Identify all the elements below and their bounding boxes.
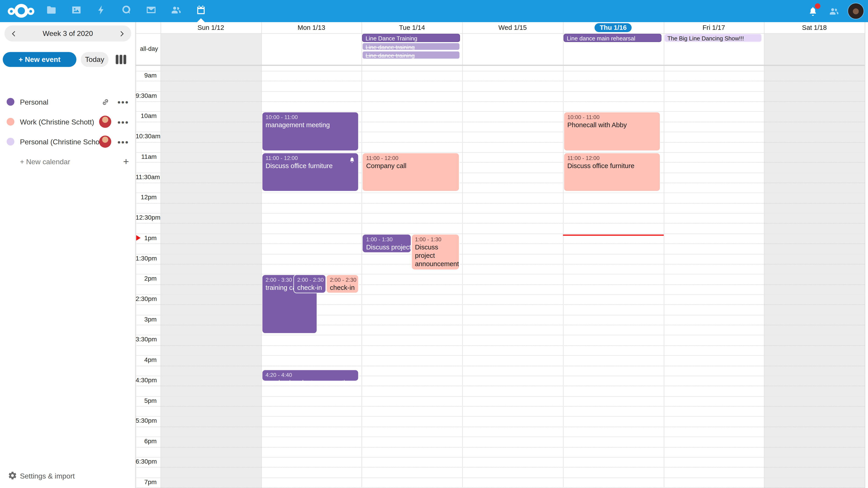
grid-line [135,193,865,193]
calendar-item-3[interactable]: Personal (Christine Scho...●●● [0,132,135,152]
grid-line-dotted [135,81,865,81]
day-header-thu[interactable]: Thu 1/16 [563,22,663,33]
event-management-meeting[interactable]: 10:00 - 11:00management meeting [262,112,359,151]
event-time: 11:00 - 12:00 [366,154,456,162]
grid-line-dotted [135,243,865,244]
owner-avatar [99,135,111,148]
calendar-item-1[interactable]: Personal●●● [0,92,135,112]
grid-line-dotted [135,223,865,224]
calendar-menu-icon[interactable]: ●●● [117,99,129,105]
app-mail[interactable] [138,0,163,22]
event-company-call[interactable]: 11:00 - 12:00Company call [362,153,459,192]
allday-event[interactable]: Line dance main rehearsal [563,34,661,42]
grid-line-dotted [135,406,865,407]
time-label: 7pm [135,478,157,485]
time-label: 10:30am [135,133,157,139]
view-switcher-icon[interactable] [115,54,127,65]
today-button[interactable]: Today [81,52,108,67]
column-border [764,22,765,488]
notifications-bell-icon[interactable] [806,4,819,18]
event-title: Phonecall with Abby [567,121,657,130]
today-pill: Thu 1/16 [595,23,631,32]
day-header-sun[interactable]: Sun 1/12 [160,22,261,33]
event-discuss-project-announcement[interactable]: 1:00 - 1:30Discuss project announcement [362,234,411,253]
grid-line [135,437,865,437]
previous-week-button[interactable] [4,26,23,41]
grid-line-dotted [135,304,865,305]
grid-line [135,457,865,457]
week-label[interactable]: Week 3 of 2020 [23,29,112,38]
nextcloud-logo[interactable] [8,4,33,18]
event-time: 11:00 - 12:00 [567,154,657,162]
folder-icon [46,4,57,18]
event-check-in[interactable]: 2:00 - 2:30check-in [326,274,359,293]
grid-line-dotted [135,142,865,142]
event-time: 2:00 - 2:30 [330,276,355,284]
allday-event[interactable]: Line dance training [362,42,460,51]
event-check-in[interactable]: 2:00 - 2:30check-in [293,274,326,293]
time-label: 12:30pm [135,214,157,221]
event-phonecall-with-abby[interactable]: 10:00 - 11:00Phonecall with Abby [563,112,660,151]
contacts-menu-icon[interactable] [827,4,840,18]
calendar-color-dot [6,98,14,105]
time-label: 9:30am [135,92,157,99]
grid-line [135,132,865,132]
app-talk[interactable] [114,0,138,22]
event-discuss-office-furniture[interactable]: 11:00 - 12:00Discuss office furniture [262,153,359,192]
calendar-list: Personal●●●Work (Christine Schott)●●●Per… [0,92,135,172]
grid-line-dotted [135,122,865,122]
talk-icon [121,4,131,18]
user-avatar[interactable] [848,3,864,19]
calendar-item-2[interactable]: Work (Christine Schott)●●● [0,112,135,132]
day-header-wed[interactable]: Wed 1/15 [462,22,563,33]
allday-event[interactable]: The Big Line Dancing Show!!! [664,34,762,42]
column-border [462,22,463,488]
share-link-icon[interactable] [99,96,111,108]
event-time: 10:00 - 11:00 [266,113,355,121]
allday-event[interactable]: Line Dance Training [362,34,460,42]
app-files[interactable] [39,0,64,22]
event-discuss-office-furniture[interactable]: 11:00 - 12:00Discuss office furniture [563,153,660,192]
event-purchasing-dept-conversation[interactable]: 4:20 - 4:40purchasing dept conversation [262,369,359,381]
day-header-mon[interactable]: Mon 1/13 [261,22,362,33]
day-header-fri[interactable]: Fri 1/17 [663,22,764,33]
grid-line-dotted [135,427,865,427]
day-header-sat[interactable]: Sat 1/18 [764,22,865,33]
time-label: 4:30pm [135,377,157,383]
new-calendar-button[interactable]: + New calendar+ [0,152,135,171]
grid-line-dotted [135,365,865,366]
calendar-menu-icon[interactable]: ●●● [117,119,129,125]
vertical-scrollbar[interactable] [865,22,868,488]
settings-and-import[interactable]: Settings & import [0,468,135,484]
event-title: Discuss project announcement [415,243,456,268]
app-photos[interactable] [64,0,89,22]
allday-event[interactable]: Line dance training [362,51,460,59]
grid-line [135,254,865,254]
new-calendar-label: + New calendar [20,158,70,166]
day-header-tue[interactable]: Tue 1/14 [362,22,462,33]
event-discuss-project-announcement[interactable]: 1:00 - 1:30Discuss project announcement [411,234,459,270]
time-label: 5pm [135,397,157,404]
week-navigation: Week 3 of 2020 [4,26,131,41]
calendar-icon [195,4,206,18]
calendar-menu-icon[interactable]: ●●● [117,138,129,144]
new-event-button[interactable]: + New event [3,52,76,67]
column-border [160,22,161,488]
grid-line [135,111,865,112]
app-activity[interactable] [89,0,114,22]
app-calendar[interactable] [188,0,213,22]
app-contacts[interactable] [163,0,188,22]
next-week-button[interactable] [112,26,131,41]
event-title: purchasing dept conversation [266,379,355,381]
time-label: 3:30pm [135,336,157,343]
grid-line-dotted [135,101,865,102]
event-title: Discuss office furniture [567,162,657,170]
column-border [563,22,563,488]
grid-line [135,274,865,274]
top-bar [0,0,868,22]
week-grid: Sun 1/12Mon 1/13Tue 1/14Wed 1/15Thu 1/16… [135,22,868,488]
allday-label: all-day [140,45,159,52]
grid-line [135,335,865,335]
grid-line [135,91,865,92]
event-title: Discuss office furniture [266,162,355,170]
